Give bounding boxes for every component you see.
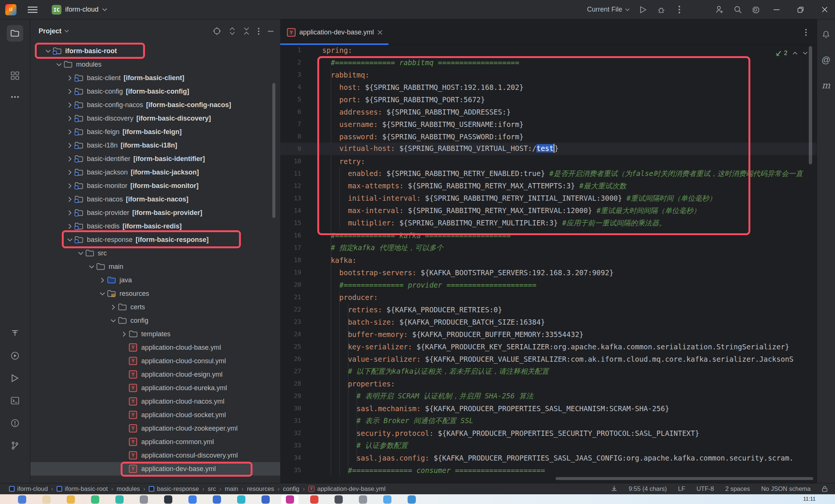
status-9-55-4-chars-[interactable]: 9:55 (4 chars) bbox=[629, 485, 667, 492]
ai-assistant-icon[interactable]: @ bbox=[818, 52, 834, 68]
add-user-icon[interactable] bbox=[712, 0, 727, 19]
tree-item-main[interactable]: main bbox=[30, 260, 280, 273]
tree-chevron-icon[interactable] bbox=[65, 102, 75, 108]
tree-item-basic-i18n[interactable]: basic-i18n[iform-basic-i18n] bbox=[30, 139, 280, 152]
inspection-check-icon[interactable]: 2 bbox=[775, 50, 787, 57]
code-line-1[interactable]: 1spring: bbox=[280, 45, 817, 56]
breadcrumb-resources[interactable]: resources bbox=[247, 485, 274, 492]
taskbar-app-icon-9[interactable] bbox=[213, 495, 221, 504]
status-2-spaces[interactable]: 2 spaces bbox=[725, 485, 750, 492]
tree-chevron-icon[interactable] bbox=[97, 277, 107, 283]
taskbar-app-icon-7[interactable] bbox=[164, 495, 172, 504]
code-line-26[interactable]: 26 value-serializer: ${KAFKA_PRODUCER_VA… bbox=[280, 353, 817, 365]
taskbar-app-icon-11[interactable] bbox=[261, 495, 270, 504]
tree-chevron-icon[interactable] bbox=[119, 331, 129, 337]
code-line-14[interactable]: 14 max-interval: ${SPRING_RABBITMQ_RETRY… bbox=[280, 204, 817, 217]
tree-item-basic-redis[interactable]: basic-redis[iform-basic-redis] bbox=[30, 219, 280, 233]
project-view-selector[interactable]: Project bbox=[39, 27, 69, 35]
code-line-8[interactable]: 8 password: ${SPRING_RABBITMQ_PASSWORD:i… bbox=[280, 130, 817, 143]
taskbar-app-icon-13[interactable] bbox=[310, 495, 318, 504]
debug-button[interactable] bbox=[654, 0, 669, 19]
code-line-3[interactable]: 3 rabbitmq: bbox=[280, 69, 817, 81]
tree-item-basic-feign[interactable]: basic-feign[iform-basic-feign] bbox=[30, 125, 280, 139]
code-line-10[interactable]: 10 retry: bbox=[280, 155, 817, 167]
code-line-21[interactable]: 21 producer: bbox=[280, 291, 817, 303]
tree-chevron-icon[interactable] bbox=[65, 224, 75, 229]
code-line-15[interactable]: 15 multiplier: ${SPRING_RABBITMQ_RETRY_M… bbox=[280, 217, 817, 229]
tree-item-basic-monitor[interactable]: basic-monitor[iform-basic-monitor] bbox=[30, 179, 280, 192]
tree-chevron-icon[interactable] bbox=[108, 318, 118, 324]
tab-options-icon[interactable] bbox=[805, 29, 807, 36]
taskbar-app-icon-8[interactable] bbox=[188, 495, 197, 504]
taskbar-app-icon-12[interactable] bbox=[286, 495, 294, 504]
tree-item-basic-discovery[interactable]: basic-discovery[iform-basic-discovery] bbox=[30, 112, 280, 125]
tree-item-modules[interactable]: modules bbox=[30, 58, 280, 71]
code-line-13[interactable]: 13 initial-interval: ${SPRING_RABBITMQ_R… bbox=[280, 192, 817, 204]
breadcrumb-config[interactable]: config bbox=[283, 485, 299, 492]
tree-item-application-dev-base.yml[interactable]: Yapplication-dev-base.yml bbox=[30, 462, 280, 476]
breadcrumb-iform-basic-root[interactable]: iform-basic-root bbox=[57, 485, 108, 492]
taskbar-app-icon-14[interactable] bbox=[335, 495, 343, 504]
editor-horizontal-scrollbar[interactable] bbox=[556, 477, 813, 480]
code-line-6[interactable]: 6 addresses: ${SPRING_RABBITMQ_ADDRESSES… bbox=[280, 106, 817, 118]
tree-chevron-icon[interactable] bbox=[65, 183, 75, 189]
tree-item-resources[interactable]: resources bbox=[30, 287, 280, 300]
code-line-7[interactable]: 7 username: ${SPRING_RABBITMQ_USERNAME:i… bbox=[280, 118, 817, 130]
code-line-18[interactable]: 18 kafka: bbox=[280, 254, 817, 266]
tree-chevron-icon[interactable] bbox=[65, 197, 75, 202]
tree-chevron-icon[interactable] bbox=[65, 75, 75, 81]
translation-tool-icon[interactable] bbox=[7, 325, 23, 341]
problems-tool-icon[interactable] bbox=[7, 415, 23, 431]
project-widget[interactable]: IC iform-cloud bbox=[52, 5, 107, 15]
code-line-24[interactable]: 24 buffer-memory: ${KAFKA_PRODUCER_BUFFE… bbox=[280, 328, 817, 340]
breadcrumb-iform-cloud[interactable]: iform-cloud bbox=[9, 485, 48, 492]
tree-item-application-cloud-nacos.yml[interactable]: Yapplication-cloud-nacos.yml bbox=[30, 395, 280, 408]
tree-item-application-cloud-zookeeper.yml[interactable]: Yapplication-cloud-zookeeper.yml bbox=[30, 422, 280, 435]
taskbar-app-icon-5[interactable] bbox=[115, 495, 124, 504]
code-line-29[interactable]: 29 # 表明开启 SCRAM 认证机制，并启用 SHA-256 算法 bbox=[280, 390, 817, 402]
services-tool-icon[interactable] bbox=[7, 347, 23, 364]
tree-item-basic-config-nacos[interactable]: basic-config-nacos[iform-basic-config-na… bbox=[30, 98, 280, 112]
tree-item-application-common.yml[interactable]: Yapplication-common.yml bbox=[30, 435, 280, 449]
breadcrumb-basic-response[interactable]: basic-response bbox=[149, 485, 199, 492]
taskbar-app-icon-6[interactable] bbox=[140, 495, 148, 504]
terminal-tool-icon[interactable] bbox=[7, 392, 23, 409]
locate-file-icon[interactable] bbox=[213, 27, 221, 35]
breadcrumb-main[interactable]: main bbox=[225, 485, 238, 492]
download-icon[interactable] bbox=[611, 486, 617, 492]
tree-chevron-icon[interactable] bbox=[87, 264, 96, 270]
taskbar-app-icon-1[interactable] bbox=[18, 495, 26, 504]
run-tool-icon[interactable] bbox=[7, 370, 23, 386]
hide-panel-icon[interactable] bbox=[268, 31, 273, 32]
taskbar-app-icon-2[interactable] bbox=[42, 495, 51, 504]
code-line-2[interactable]: 2 #============== rabbitmq =============… bbox=[280, 56, 817, 69]
tree-item-application-cloud-eureka.yml[interactable]: Yapplication-cloud-eureka.yml bbox=[30, 381, 280, 395]
search-icon[interactable] bbox=[730, 0, 745, 19]
code-line-30[interactable]: 30 sasl.mechanism: ${KAFKA_PRODUCER_PROP… bbox=[280, 402, 817, 415]
tree-item-application-cloud-esign.yml[interactable]: Yapplication-cloud-esign.yml bbox=[30, 368, 280, 381]
tree-chevron-icon[interactable] bbox=[65, 116, 75, 121]
tree-item-src[interactable]: src bbox=[30, 246, 280, 260]
breadcrumb-src[interactable]: src bbox=[208, 485, 216, 492]
taskbar-app-icon-15[interactable] bbox=[359, 495, 367, 504]
tree-chevron-icon[interactable] bbox=[54, 62, 64, 67]
tree-chevron-icon[interactable] bbox=[76, 251, 85, 256]
minimize-icon[interactable] bbox=[766, 0, 787, 19]
tree-item-basic-nacos[interactable]: basic-nacos[iform-basic-nacos] bbox=[30, 192, 280, 206]
taskbar-app-icon-3[interactable] bbox=[67, 495, 75, 504]
tab-application-dev-base[interactable]: Y application-dev-base.yml bbox=[280, 19, 388, 45]
status-utf-8[interactable]: UTF-8 bbox=[696, 485, 714, 492]
code-line-35[interactable]: 35 #============== consumer ============… bbox=[280, 464, 817, 476]
tree-item-basic-response[interactable]: basic-response[iform-basic-response] bbox=[30, 233, 280, 246]
code-line-28[interactable]: 28 properties: bbox=[280, 377, 817, 390]
tree-chevron-icon[interactable] bbox=[65, 237, 75, 243]
panel-options-icon[interactable] bbox=[258, 28, 260, 35]
tree-item-basic-identifier[interactable]: basic-identifier[iform-basic-identifier] bbox=[30, 152, 280, 166]
main-menu-icon[interactable] bbox=[28, 6, 37, 13]
code-line-19[interactable]: 19 bootstrap-servers: ${KAFKA_BOOTSTRAP_… bbox=[280, 266, 817, 279]
tree-chevron-icon[interactable] bbox=[65, 89, 75, 94]
restore-icon[interactable] bbox=[790, 0, 811, 19]
status-no-json-schema[interactable]: No JSON schema bbox=[761, 485, 811, 492]
code-line-25[interactable]: 25 key-serializer: ${KAFKA_PRODUCER_KEY_… bbox=[280, 340, 817, 353]
tree-chevron-icon[interactable] bbox=[65, 143, 75, 148]
